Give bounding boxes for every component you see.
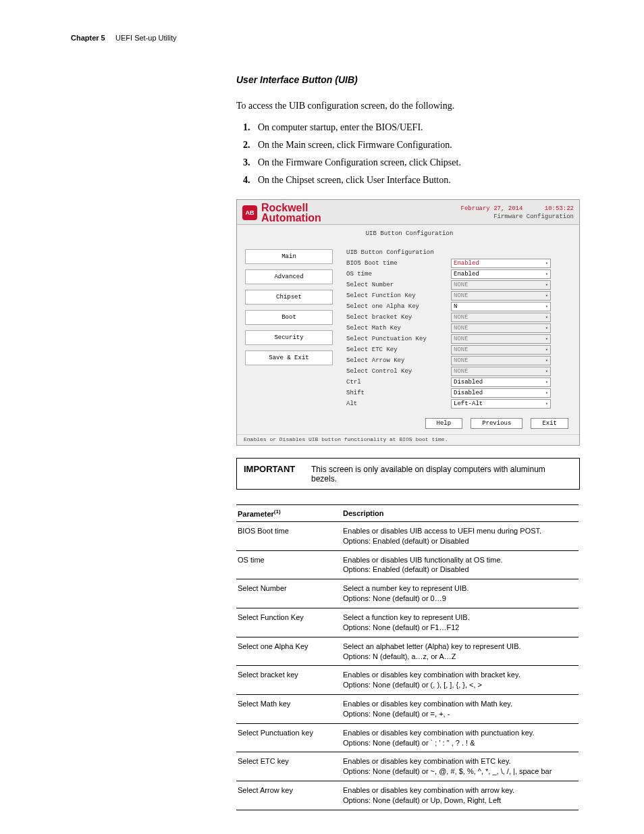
param-name: Select Function Key bbox=[236, 608, 342, 637]
param-desc: Select a function key to represent UIB.O… bbox=[342, 608, 579, 637]
param-desc: Enables or disables UIB functionality at… bbox=[342, 550, 579, 579]
bios-nav-advanced[interactable]: Advanced bbox=[245, 269, 333, 284]
chapter-label: Chapter 5 bbox=[71, 34, 105, 42]
bios-section-label: UIB Button Configuration bbox=[346, 249, 571, 256]
bios-config-row: Select Control KeyNONE▾ bbox=[346, 367, 571, 376]
bios-previous-button[interactable]: Previous bbox=[471, 418, 522, 429]
ab-logo-icon: AB bbox=[242, 205, 257, 220]
bios-config-row: Select Arrow KeyNONE▾ bbox=[346, 356, 571, 365]
table-row: Select bracket keyEnables or disables ke… bbox=[236, 666, 579, 695]
brand-line2: Automation bbox=[261, 213, 321, 223]
step-item: 1.On computer startup, enter the BIOS/UE… bbox=[243, 122, 580, 133]
bios-config-value[interactable]: NONE▾ bbox=[451, 334, 551, 344]
bios-config-row: AltLeft-Alt▾ bbox=[346, 399, 571, 409]
bios-config-row: Select Punctuation KeyNONE▾ bbox=[346, 334, 571, 344]
bios-nav-chipset[interactable]: Chipset bbox=[245, 290, 333, 305]
param-name: OS time bbox=[236, 550, 342, 579]
table-row: Select Math keyEnables or disables key c… bbox=[236, 695, 579, 724]
table-row: Select ETC keyEnables or disables key co… bbox=[236, 752, 579, 781]
bios-config-value[interactable]: NONE▾ bbox=[451, 280, 551, 290]
bios-help-button[interactable]: Help bbox=[425, 418, 463, 429]
step-item: 2.On the Main screen, click Firmware Con… bbox=[243, 140, 580, 151]
param-name: Select Math key bbox=[236, 695, 342, 724]
param-name: Select ETC key bbox=[236, 752, 342, 781]
brand-logo: Rockwell Automation bbox=[261, 203, 321, 223]
bios-config-value[interactable]: NONE▾ bbox=[451, 313, 551, 322]
table-row: OS timeEnables or disables UIB functiona… bbox=[236, 550, 579, 579]
table-row: Select NumberSelect a number key to repr… bbox=[236, 579, 579, 608]
bios-nav-main[interactable]: Main bbox=[245, 249, 333, 264]
bios-config-row: BIOS Boot timeEnabled▾ bbox=[346, 259, 571, 268]
bios-config-value[interactable]: NONE▾ bbox=[451, 323, 551, 333]
bios-date: February 27, 2014 bbox=[461, 205, 523, 212]
bios-time: 10:53:22 bbox=[545, 205, 574, 212]
th-description: Description bbox=[342, 505, 579, 522]
bios-config-label: Select Number bbox=[346, 282, 451, 288]
bios-help-note: Enables or Disables UIB button functiona… bbox=[237, 434, 579, 445]
bios-config-value[interactable]: Disabled▾ bbox=[451, 388, 551, 398]
bios-config-label: Select Punctuation Key bbox=[346, 336, 451, 342]
intro-paragraph: To access the UIB configuration screen, … bbox=[236, 100, 580, 113]
bios-config-label: OS time bbox=[346, 271, 451, 278]
bios-config-label: Select bracket Key bbox=[346, 314, 451, 321]
bios-config-value[interactable]: NONE▾ bbox=[451, 356, 551, 365]
bios-config-label: BIOS Boot time bbox=[346, 260, 451, 267]
param-name: Select Punctuation key bbox=[236, 723, 342, 752]
param-desc: Enables or disables key combination with… bbox=[342, 695, 579, 724]
param-desc: Enables or disables key combination with… bbox=[342, 781, 579, 810]
chapter-header: Chapter 5 UEFI Set-up Utility bbox=[71, 34, 580, 42]
important-text: This screen is only available on display… bbox=[311, 465, 572, 484]
bios-config-label: Shift bbox=[346, 390, 451, 396]
bios-config-value[interactable]: NONE▾ bbox=[451, 367, 551, 376]
bios-config-row: Select ETC KeyNONE▾ bbox=[346, 345, 571, 355]
important-box: IMPORTANT This screen is only available … bbox=[236, 458, 580, 490]
bios-config-value[interactable]: NONE▾ bbox=[451, 291, 551, 301]
param-desc: Select a number key to represent UIB.Opt… bbox=[342, 579, 579, 608]
bios-nav-save-exit[interactable]: Save & Exit bbox=[245, 350, 333, 365]
bios-config-row: Select Math KeyNONE▾ bbox=[346, 323, 571, 333]
bios-config-value[interactable]: Enabled▾ bbox=[451, 269, 551, 279]
bios-config-row: CtrlDisabled▾ bbox=[346, 377, 571, 387]
bios-exit-button[interactable]: Exit bbox=[531, 418, 568, 429]
bios-config-value[interactable]: Enabled▾ bbox=[451, 259, 551, 268]
bios-config-row: Select NumberNONE▾ bbox=[346, 280, 571, 290]
param-name: Select bracket key bbox=[236, 666, 342, 695]
bios-config-row: Select bracket KeyNONE▾ bbox=[346, 313, 571, 322]
th-parameter: Parameter(1) bbox=[236, 505, 342, 522]
bios-config-row: OS timeEnabled▾ bbox=[346, 269, 571, 279]
bios-config-label: Select Control Key bbox=[346, 368, 451, 375]
bios-config-row: Select Function KeyNONE▾ bbox=[346, 291, 571, 301]
bios-config-value[interactable]: Disabled▾ bbox=[451, 377, 551, 387]
chapter-title: UEFI Set-up Utility bbox=[115, 34, 176, 42]
steps-list: 1.On computer startup, enter the BIOS/UE… bbox=[243, 122, 580, 186]
bios-nav-boot[interactable]: Boot bbox=[245, 310, 333, 325]
bios-config-value[interactable]: N▾ bbox=[451, 302, 551, 311]
bios-config-label: Select Arrow Key bbox=[346, 357, 451, 364]
param-name: Select one Alpha Key bbox=[236, 637, 342, 666]
firmware-config-label: Firmware Configuration bbox=[461, 213, 574, 220]
param-desc: Enables or disables UIB access to UEFI m… bbox=[342, 521, 579, 550]
table-row: Select Function KeySelect a function key… bbox=[236, 608, 579, 637]
table-row: Select one Alpha KeySelect an alphabet l… bbox=[236, 637, 579, 666]
bios-config-label: Select Math Key bbox=[346, 325, 451, 332]
param-desc: Select an alphabet letter (Alpha) key to… bbox=[342, 637, 579, 666]
param-desc: Enables or disables key combination with… bbox=[342, 723, 579, 752]
param-name: Select Number bbox=[236, 579, 342, 608]
parameter-table: Parameter(1) Description BIOS Boot timeE… bbox=[236, 504, 579, 810]
table-row: Select Punctuation keyEnables or disable… bbox=[236, 723, 579, 752]
bios-config-label: Ctrl bbox=[346, 379, 451, 386]
important-label: IMPORTANT bbox=[244, 464, 311, 474]
step-item: 3.On the Firmware Configuration screen, … bbox=[243, 157, 580, 168]
bios-config-label: Select Function Key bbox=[346, 292, 451, 299]
table-row: BIOS Boot timeEnables or disables UIB ac… bbox=[236, 521, 579, 550]
bios-config-label: Select one Alpha Key bbox=[346, 303, 451, 310]
bios-config-row: ShiftDisabled▾ bbox=[346, 388, 571, 398]
bios-config-value[interactable]: Left-Alt▾ bbox=[451, 399, 551, 409]
bios-nav-security[interactable]: Security bbox=[245, 330, 333, 345]
brand-line1: Rockwell bbox=[261, 203, 321, 213]
bios-config-value[interactable]: NONE▾ bbox=[451, 345, 551, 355]
param-desc: Enables or disables key combination with… bbox=[342, 666, 579, 695]
param-name: Select Arrow key bbox=[236, 781, 342, 810]
bios-screenshot: AB Rockwell Automation February 27, 2014… bbox=[236, 199, 580, 446]
bios-nav: MainAdvancedChipsetBootSecuritySave & Ex… bbox=[245, 249, 333, 410]
